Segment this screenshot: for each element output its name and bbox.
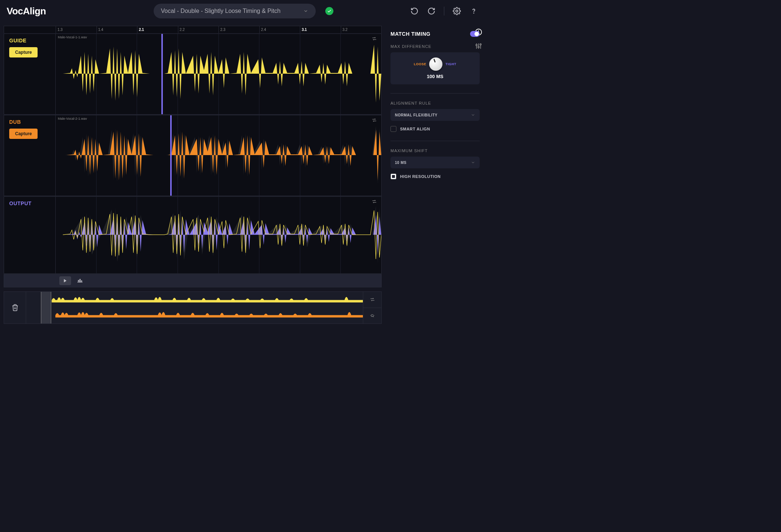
dub-capture-button[interactable]: Capture [9,129,38,139]
max-shift-value: 10 MS [395,161,406,165]
max-diff-value: 100 MS [396,74,474,79]
chevron-down-icon [303,8,308,14]
max-diff-knob[interactable] [429,57,442,71]
preset-value: Vocal - Double - Slightly Loose Timing &… [161,8,281,14]
dub-label: DUB [9,119,50,125]
help-button[interactable] [469,7,478,15]
chevron-down-icon [471,160,475,165]
transport-bar [4,274,382,287]
status-ok-icon [325,7,333,15]
sliders-tab-icon[interactable] [474,42,483,50]
ruler-marker: 1.3 [56,26,97,33]
output-lane: OUTPUT [4,196,382,274]
max-diff-control: LOOSE TIGHT 100 MS [390,52,480,84]
zoom-button[interactable] [363,308,381,324]
ruler-marker: 2.1 [137,26,178,33]
alignment-rule-dropdown[interactable]: NORMAL FLEXIBILITY [390,109,480,121]
overview-scroll[interactable] [26,292,363,323]
guide-label: GUIDE [9,38,50,43]
separator [444,7,444,15]
smart-align-label: SMART ALIGN [400,127,430,131]
output-waveform-area[interactable] [56,197,381,273]
alignment-rule-label: ALIGNMENT RULE [390,101,480,105]
ruler-marker: 3.1 [300,26,341,33]
wave-view-button[interactable] [76,276,84,285]
ruler-marker: 2.3 [218,26,259,33]
guide-lane: GUIDE Capture Male-Vocal-1-1.wav [4,34,382,115]
preset-dropdown[interactable]: Vocal - Double - Slightly Loose Timing &… [154,4,316,18]
overview-viewport[interactable] [41,292,51,323]
guide-capture-button[interactable]: Capture [9,47,38,57]
max-shift-label: MAXIMUM SHIFT [390,148,480,153]
guide-swap-icon[interactable] [371,36,378,41]
svg-line-4 [373,316,374,317]
overview-bar [4,291,382,324]
undo-button[interactable] [410,7,419,15]
svg-point-3 [371,314,373,316]
output-swap-icon[interactable] [371,199,378,204]
svg-point-13 [480,44,481,45]
delete-button[interactable] [11,303,20,312]
dub-waveform [56,115,381,195]
guide-waveform-area[interactable]: Male-Vocal-1-1.wav [56,34,381,114]
dub-lane: DUB Capture Male-Vocal-2-1.wav [4,115,382,196]
ruler-marker: 1.4 [97,26,137,33]
dub-playhead[interactable] [170,115,172,196]
guide-waveform [56,34,381,113]
smart-align-checkbox[interactable]: SMART ALIGN [390,126,480,132]
svg-point-12 [478,46,479,48]
app-header: VocAlign Vocal - Double - Slightly Loose… [0,0,485,22]
dub-waveform-area[interactable]: Male-Vocal-2-1.wav [56,115,381,196]
ruler-marker: 2.4 [259,26,300,33]
chevron-down-icon [471,113,475,117]
settings-panel: MATCH TIMING MAX DIFFERENCE LOOSE TIGHT … [385,22,485,330]
output-label: OUTPUT [9,200,50,206]
svg-point-11 [476,44,477,46]
tight-label: TIGHT [445,62,456,66]
max-shift-dropdown[interactable]: 10 MS [390,157,480,168]
play-button[interactable] [59,276,71,285]
ruler-marker: 2.2 [178,26,219,33]
panel-title: MATCH TIMING [390,31,430,37]
svg-point-1 [474,13,474,13]
max-diff-label: MAX DIFFERENCE [390,44,480,49]
ruler-marker: 3.2 [341,26,382,33]
loose-label: LOOSE [414,62,426,66]
match-timing-toggle[interactable] [470,31,480,37]
alignment-rule-value: NORMAL FLEXIBILITY [395,113,437,117]
high-resolution-checkbox[interactable]: HIGH RESOLUTION [390,174,480,179]
timeline-ruler[interactable]: 1.31.42.12.22.32.43.13.2 [4,26,382,33]
app-logo: VocAlign [7,6,46,17]
high-resolution-label: HIGH RESOLUTION [400,174,441,179]
settings-button[interactable] [452,7,461,15]
dub-swap-icon[interactable] [371,118,378,123]
svg-point-0 [456,10,458,12]
guide-playhead[interactable] [161,34,163,114]
output-waveform [56,197,381,273]
svg-marker-2 [64,279,67,283]
redo-button[interactable] [427,7,436,15]
overview-swap-icon[interactable] [363,292,381,308]
